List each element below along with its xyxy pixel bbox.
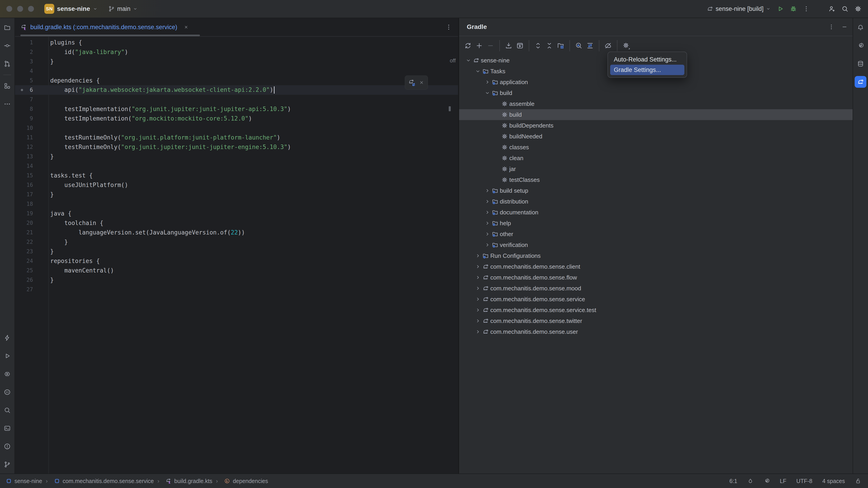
notifications-button[interactable] <box>853 19 868 37</box>
breadcrumb-item[interactable]: build.gradle.kts <box>154 478 212 485</box>
collapse-all-button[interactable] <box>544 40 555 51</box>
code-line-1[interactable]: 1plugins { <box>15 38 458 47</box>
close-tab-icon[interactable] <box>184 25 189 30</box>
link-gradle-project-button[interactable] <box>473 40 485 51</box>
offline-mode-button[interactable] <box>599 40 614 51</box>
code-line-2[interactable]: 2 id("java-library") <box>15 47 458 57</box>
code-line-5[interactable]: 5dependencies { <box>15 76 458 85</box>
tree-chevron-icon[interactable] <box>494 133 501 139</box>
ai-spiral-icon[interactable] <box>764 478 770 484</box>
ai-assistant-button[interactable] <box>853 37 868 55</box>
tree-item[interactable]: com.mechanitis.demo.sense.mood <box>459 283 852 294</box>
build-analyzer-button[interactable] <box>569 40 584 51</box>
tree-item[interactable]: build <box>459 109 852 120</box>
tree-chevron-icon[interactable] <box>485 199 492 205</box>
tree-chevron-icon[interactable] <box>494 166 501 172</box>
lock-open-icon[interactable] <box>855 478 861 484</box>
scrollbar-caret-marker[interactable] <box>449 106 451 111</box>
encoding-widget[interactable]: UTF-8 <box>796 478 812 484</box>
vcs-branch-widget[interactable]: main <box>108 5 138 12</box>
debug-button[interactable] <box>790 5 797 12</box>
tree-item[interactable]: com.mechanitis.demo.sense.user <box>459 326 852 337</box>
version-control-tool-button[interactable] <box>0 455 14 474</box>
gradle-tool-button[interactable] <box>853 73 868 91</box>
terminal-tool-button[interactable] <box>0 419 14 437</box>
code-line-21[interactable]: 21 languageVersion.set(JavaLanguageVersi… <box>15 228 458 237</box>
tree-chevron-icon[interactable] <box>485 242 492 248</box>
code-line-6[interactable]: 6 api("jakarta.websocket:jakarta.websock… <box>15 85 458 95</box>
tree-chevron-icon[interactable] <box>485 188 492 193</box>
tree-item[interactable]: verification <box>459 240 852 250</box>
unlink-gradle-project-button[interactable] <box>485 40 496 51</box>
code-line-19[interactable]: 19java { <box>15 209 458 218</box>
close-window-button[interactable] <box>6 6 12 12</box>
tree-item[interactable]: other <box>459 228 852 240</box>
run-tool-button[interactable] <box>0 347 14 365</box>
menu-item[interactable]: Gradle Settings... <box>610 65 684 75</box>
settings-button[interactable] <box>855 5 862 12</box>
tree-item[interactable]: build <box>459 88 852 98</box>
code-line-15[interactable]: 15tasks.test { <box>15 171 458 180</box>
tree-chevron-icon[interactable] <box>494 155 501 161</box>
tree-item[interactable]: distribution <box>459 196 852 207</box>
dependency-analyzer-button[interactable] <box>584 40 596 51</box>
code-line-25[interactable]: 25 mavenCentral() <box>15 266 458 275</box>
code-line-12[interactable]: 12 testRuntimeOnly("org.junit.jupiter:ju… <box>15 142 458 152</box>
tree-chevron-icon[interactable] <box>475 329 482 335</box>
code-line-22[interactable]: 22 } <box>15 237 458 247</box>
tree-chevron-icon[interactable] <box>475 318 482 324</box>
tree-item[interactable]: com.mechanitis.demo.sense.client <box>459 261 852 272</box>
tree-item[interactable]: com.mechanitis.demo.sense.service.test <box>459 305 852 315</box>
services-tool-button[interactable] <box>0 365 14 383</box>
tree-chevron-icon[interactable] <box>475 253 482 259</box>
code-line-3[interactable]: 3} <box>15 57 458 66</box>
tree-item[interactable]: assemble <box>459 98 852 109</box>
line-separator-widget[interactable]: LF <box>780 478 786 484</box>
tree-chevron-icon[interactable] <box>475 68 482 74</box>
tree-chevron-icon[interactable] <box>475 296 482 302</box>
drop-icon[interactable] <box>747 478 753 484</box>
commit-tool-button[interactable] <box>0 37 14 55</box>
tool-window-options-button[interactable] <box>828 24 835 30</box>
tree-item[interactable]: Run Configurations <box>459 250 852 261</box>
tree-chevron-icon[interactable] <box>475 264 482 270</box>
code-line-27[interactable]: 27 <box>15 285 458 294</box>
dotted-circle-tool-button[interactable] <box>0 383 14 401</box>
highlighting-level-label[interactable]: off <box>450 57 456 64</box>
tree-item[interactable]: com.mechanitis.demo.sense.flow <box>459 272 852 283</box>
tree-chevron-icon[interactable] <box>494 112 501 118</box>
editor-options-button[interactable] <box>445 24 452 31</box>
breadcrumb-item[interactable]: com.mechanitis.demo.sense.service <box>42 478 154 485</box>
reload-gradle-projects-button[interactable] <box>462 40 473 51</box>
group-modules-button[interactable] <box>555 40 566 51</box>
tree-chevron-icon[interactable] <box>485 209 492 215</box>
code-line-10[interactable]: 10 <box>15 123 458 133</box>
tree-chevron-icon[interactable] <box>494 177 501 183</box>
code-line-23[interactable]: 23} <box>15 247 458 256</box>
tree-item[interactable]: testClasses <box>459 174 852 185</box>
zoom-window-button[interactable] <box>28 6 34 12</box>
tree-item[interactable]: com.mechanitis.demo.sense.service <box>459 294 852 305</box>
code-with-me-button[interactable] <box>828 5 835 12</box>
download-sources-button[interactable] <box>499 40 514 51</box>
minimize-window-button[interactable] <box>17 6 23 12</box>
run-configuration-selector[interactable]: sense-nine [build] <box>707 5 771 12</box>
tree-chevron-icon[interactable] <box>485 231 492 237</box>
menu-item[interactable]: Auto-Reload Settings... <box>610 54 684 65</box>
code-line-26[interactable]: 26} <box>15 275 458 285</box>
code-line-14[interactable]: 14 <box>15 161 458 171</box>
tree-item[interactable]: application <box>459 77 852 88</box>
tree-item[interactable]: jar <box>459 163 852 174</box>
load-gradle-changes-widget[interactable] <box>405 75 428 90</box>
breadcrumb-item[interactable]: sense-nine <box>6 478 42 484</box>
code-editor[interactable]: 1plugins {2 id("java-library")3}45depend… <box>15 37 458 474</box>
tree-chevron-icon[interactable] <box>485 90 492 96</box>
tree-chevron-icon[interactable] <box>485 79 492 85</box>
structure-tool-button[interactable] <box>0 77 14 95</box>
project-tool-button[interactable] <box>0 19 14 37</box>
gradle-sync-icon[interactable] <box>408 79 415 86</box>
code-line-9[interactable]: 9 testImplementation("org.mockito:mockit… <box>15 114 458 123</box>
code-line-20[interactable]: 20 toolchain { <box>15 218 458 228</box>
more-tool-windows-button[interactable] <box>0 95 14 113</box>
tree-item[interactable]: documentation <box>459 207 852 218</box>
